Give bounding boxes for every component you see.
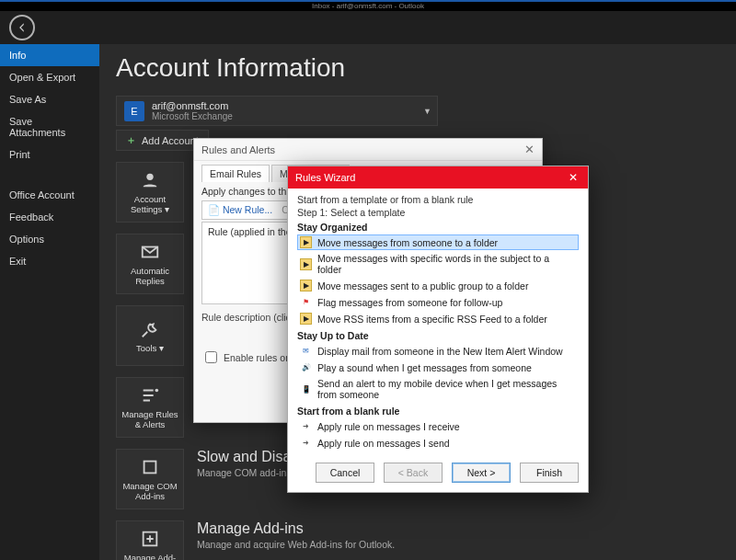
rules-wizard-dialog: Rules Wizard ✕ Start from a template or … [287, 166, 589, 493]
option-label: Move RSS items from a specific RSS Feed … [317, 314, 547, 325]
template-mobile-alert[interactable]: 📱Send an alert to my mobile device when … [297, 376, 579, 402]
sidebar-item-feedback[interactable]: Feedback [0, 206, 99, 228]
back-button[interactable] [9, 15, 35, 40]
plus-icon: ＋ [126, 133, 136, 147]
envelope-icon [140, 242, 160, 262]
tools-icon [140, 319, 160, 339]
sidebar-item-save-attachments[interactable]: Save Attachments [0, 110, 99, 143]
group-blank-rule: Start from a blank rule [297, 406, 579, 417]
group-stay-up-to-date: Stay Up to Date [297, 330, 579, 341]
option-label: Move messages sent to a public group to … [317, 280, 528, 291]
enable-all-checkbox[interactable] [205, 351, 217, 363]
arrow-left-icon [16, 21, 29, 34]
option-label: Move messages from someone to a folder [317, 237, 498, 248]
page-title: Account Information [116, 53, 719, 83]
option-label: Display mail from someone in the New Ite… [317, 346, 563, 357]
template-move-public-group[interactable]: ▶Move messages sent to a public group to… [297, 278, 579, 293]
template-blank-receive[interactable]: ➜Apply rule on messages I receive [297, 418, 579, 434]
sidebar-item-info[interactable]: Info [0, 44, 99, 66]
cancel-button[interactable]: Cancel [316, 463, 374, 483]
account-settings-tile[interactable]: Account Settings ▾ [116, 162, 184, 223]
wizard-title: Rules Wizard [295, 172, 355, 183]
folder-icon: ▶ [300, 313, 312, 325]
addin-icon [140, 529, 160, 549]
flag-icon: ⚑ [300, 296, 312, 308]
finish-button[interactable]: Finish [520, 463, 579, 483]
puzzle-icon [140, 457, 160, 477]
folder-icon: ▶ [300, 258, 312, 270]
tile-label: Tools ▾ [136, 343, 164, 353]
add-account-label: Add Account [142, 135, 199, 146]
mail-icon: ✉ [300, 345, 312, 357]
manage-addins-tile[interactable]: Manage Add-ins [116, 520, 184, 560]
automatic-replies-tile[interactable]: Automatic Replies [116, 234, 184, 294]
group-stay-organized: Stay Organized [297, 222, 579, 233]
svg-rect-3 [144, 462, 156, 474]
dialog-title: Rules and Alerts [201, 144, 275, 155]
arrow-icon: ➜ [300, 437, 312, 449]
file-menu-sidebar: Info Open & Export Save As Save Attachme… [0, 44, 99, 560]
next-button[interactable]: Next > [452, 463, 511, 483]
template-move-from-someone[interactable]: ▶Move messages from someone to a folder [297, 234, 579, 250]
template-blank-send[interactable]: ➜Apply rule on messages I send [297, 435, 579, 451]
folder-icon: ▶ [300, 280, 312, 291]
account-type: Microsoft Exchange [152, 111, 233, 121]
sidebar-item-print[interactable]: Print [0, 143, 99, 166]
tab-email-rules[interactable]: Email Rules [201, 165, 270, 182]
template-move-subject-words[interactable]: ▶Move messages with specific words in th… [297, 251, 579, 277]
chevron-down-icon: ▼ [423, 107, 431, 116]
wizard-step1-label: Step 1: Select a template [297, 207, 579, 218]
template-flag-followup[interactable]: ⚑Flag messages from someone for follow-u… [297, 294, 579, 310]
tile-label: Manage Add-ins [121, 553, 179, 560]
manage-com-addins-tile[interactable]: Manage COM Add-ins [116, 449, 184, 509]
template-play-sound[interactable]: 🔊Play a sound when I get messages from s… [297, 360, 579, 375]
phone-icon: 📱 [300, 383, 312, 395]
sidebar-item-exit[interactable]: Exit [0, 250, 99, 272]
option-label: Play a sound when I get messages from so… [317, 362, 532, 373]
option-label: Apply rule on messages I receive [317, 421, 460, 432]
sidebar-item-open-export[interactable]: Open & Export [0, 66, 99, 88]
back-bar [0, 11, 736, 44]
option-label: Flag messages from someone for follow-up [317, 297, 502, 308]
option-label: Apply rule on messages I send [317, 438, 450, 449]
folder-icon: ▶ [300, 236, 312, 248]
manage-rules-tile[interactable]: Manage Rules & Alerts [116, 377, 184, 438]
sidebar-item-save-as[interactable]: Save As [0, 88, 99, 110]
tile-label: Manage COM Add-ins [121, 481, 179, 501]
sidebar-item-office-account[interactable]: Office Account [0, 184, 99, 206]
back-button[interactable]: < Back [384, 463, 443, 483]
new-rule-button[interactable]: 📄 New Rule... [208, 204, 272, 216]
option-label: Send an alert to my mobile device when I… [317, 378, 576, 400]
account-selector[interactable]: E arif@onmsft.com Microsoft Exchange ▼ [116, 96, 438, 126]
close-icon[interactable]: ✕ [524, 143, 535, 156]
block-sub: Manage and acquire Web Add-ins for Outlo… [197, 539, 395, 550]
svg-point-2 [155, 389, 159, 393]
sound-icon: 🔊 [300, 361, 312, 373]
tools-tile[interactable]: Tools ▾ [116, 305, 184, 366]
wizard-intro: Start from a template or from a blank ru… [297, 194, 579, 205]
close-icon[interactable]: ✕ [566, 170, 581, 185]
option-label: Move messages with specific words in the… [317, 253, 576, 275]
arrow-icon: ➜ [300, 420, 312, 432]
user-gear-icon [140, 170, 160, 190]
exchange-icon: E [124, 101, 144, 121]
block-heading: Manage Add-ins [197, 520, 395, 537]
account-email: arif@onmsft.com [152, 100, 233, 111]
template-display-alert[interactable]: ✉Display mail from someone in the New It… [297, 343, 579, 359]
rules-icon [140, 385, 160, 406]
tile-label: Account Settings ▾ [121, 194, 179, 214]
svg-point-0 [146, 174, 153, 180]
sidebar-item-options[interactable]: Options [0, 228, 99, 250]
window-titlebar: Inbox - arif@onmsft.com - Outlook [0, 0, 736, 11]
template-move-rss[interactable]: ▶Move RSS items from a specific RSS Feed… [297, 311, 579, 326]
tile-label: Manage Rules & Alerts [121, 409, 179, 429]
tile-label: Automatic Replies [121, 266, 179, 286]
